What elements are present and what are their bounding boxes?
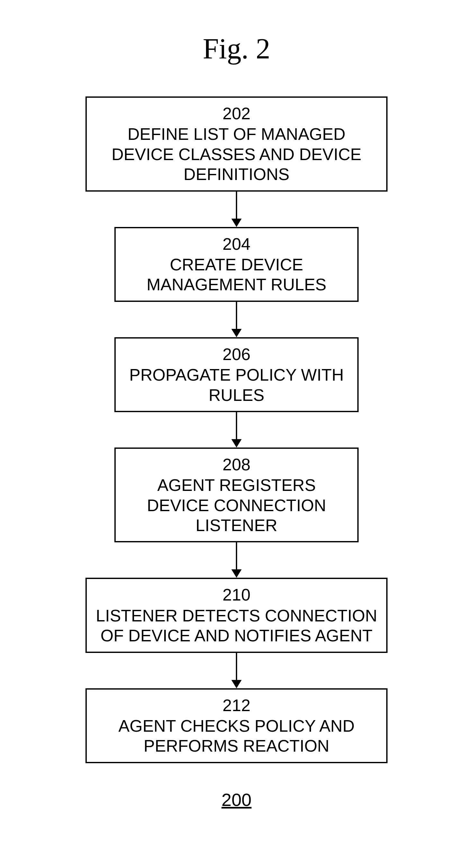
figure-title: Fig. 2: [0, 32, 473, 65]
step-204: 204 CREATE DEVICE MANAGEMENT RULES: [115, 227, 358, 302]
step-212: 212 AGENT CHECKS POLICY AND PERFORMS REA…: [86, 688, 387, 763]
step-202: 202 DEFINE LIST OF MANAGED DEVICE CLASSE…: [86, 96, 387, 192]
step-text: LISTENER DETECTS CONNECTION OF DEVICE AN…: [96, 606, 377, 645]
step-number: 212: [96, 695, 377, 715]
step-text: DEFINE LIST OF MANAGED DEVICE CLASSES AN…: [112, 125, 361, 184]
arrow-icon: [231, 412, 242, 447]
step-number: 208: [125, 455, 348, 474]
arrow-icon: [231, 302, 242, 337]
step-210: 210 LISTENER DETECTS CONNECTION OF DEVIC…: [86, 578, 387, 653]
flowchart: 202 DEFINE LIST OF MANAGED DEVICE CLASSE…: [86, 96, 387, 763]
step-text: CREATE DEVICE MANAGEMENT RULES: [147, 255, 326, 294]
step-text: AGENT REGISTERS DEVICE CONNECTION LISTEN…: [147, 476, 326, 535]
step-text: AGENT CHECKS POLICY AND PERFORMS REACTIO…: [119, 717, 355, 755]
step-208: 208 AGENT REGISTERS DEVICE CONNECTION LI…: [115, 447, 358, 542]
step-number: 204: [125, 234, 348, 254]
page: Fig. 2 202 DEFINE LIST OF MANAGED DEVICE…: [0, 0, 473, 868]
step-number: 210: [96, 585, 377, 605]
arrow-icon: [231, 542, 242, 578]
step-206: 206 PROPAGATE POLICY WITH RULES: [115, 337, 358, 412]
step-text: PROPAGATE POLICY WITH RULES: [129, 366, 344, 404]
step-number: 206: [125, 344, 348, 364]
arrow-icon: [231, 653, 242, 688]
figure-number: 200: [0, 789, 473, 810]
arrow-icon: [231, 192, 242, 227]
step-number: 202: [96, 103, 377, 123]
